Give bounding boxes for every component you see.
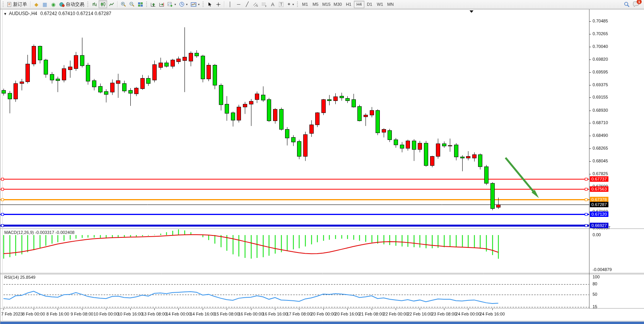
svg-text:E: E: [256, 5, 258, 7]
fibonacci-button[interactable]: F: [260, 0, 268, 8]
zoom-in-button[interactable]: [119, 0, 128, 8]
trendline-icon: ╱: [246, 2, 248, 7]
toolbar-grip[interactable]: [297, 1, 299, 7]
vertical-line-icon: │: [229, 2, 232, 7]
template-icon: [191, 2, 196, 7]
timeframe-h1-button[interactable]: H1: [343, 1, 354, 8]
fibonacci-icon: F: [261, 2, 267, 7]
toolbar-separator: [224, 1, 224, 7]
text-icon: A: [271, 2, 275, 7]
toolbar-separator: [30, 1, 31, 7]
chart-shift-button[interactable]: [157, 0, 166, 8]
price-chart-canvas[interactable]: [0, 0, 644, 324]
notifications-button[interactable]: 1: [631, 0, 641, 8]
dropdown-arrow-icon: ▾: [292, 3, 294, 6]
timeframe-m15-button[interactable]: M15: [321, 1, 332, 8]
zoom-out-button[interactable]: [128, 0, 136, 8]
toolbar-grip[interactable]: [2, 1, 4, 7]
timeframe-d1-button[interactable]: D1: [364, 1, 375, 8]
auto-trading-label: 自动交易: [66, 1, 84, 8]
main-toolbar: 新订单 ◆ ▦ ◉ 自动交易: [0, 0, 644, 9]
notification-count-badge: 1: [637, 0, 642, 4]
periods-button[interactable]: ▾: [178, 0, 189, 8]
zoom-in-icon: [121, 2, 126, 7]
shapes-icon: ✦: [287, 2, 291, 7]
new-order-icon: [7, 2, 12, 7]
timeframe-group: M1M5M15M30H1H4D1W1MN: [300, 1, 396, 8]
cursor-arrow-icon: [207, 2, 212, 7]
line-chart-icon: [109, 2, 114, 7]
indicators-button[interactable]: ▾: [166, 0, 178, 8]
data-window-icon: ▦: [43, 2, 47, 7]
market-watch-button[interactable]: ◆: [32, 0, 41, 8]
timeframe-m1-button[interactable]: M1: [300, 1, 310, 8]
indicators-icon: [167, 2, 173, 7]
tile-windows-button[interactable]: [136, 0, 145, 8]
bar-chart-icon: [92, 2, 97, 7]
text-label-button[interactable]: T: [277, 0, 285, 8]
timeframe-w1-button[interactable]: W1: [375, 1, 385, 8]
trendline-button[interactable]: ╱: [243, 0, 251, 8]
data-window-button[interactable]: ▦: [41, 0, 49, 8]
market-watch-icon: ◆: [34, 2, 38, 7]
auto-trading-button[interactable]: 自动交易: [58, 0, 86, 8]
new-order-label: 新订单: [13, 1, 27, 8]
toolbar-grip[interactable]: [146, 1, 148, 7]
candlestick-chart-button[interactable]: [99, 0, 107, 8]
crosshair-icon: [216, 2, 221, 7]
new-order-button[interactable]: 新订单: [5, 0, 29, 8]
dropdown-arrow-icon: ▾: [174, 3, 176, 6]
tile-windows-icon: [138, 2, 143, 7]
line-chart-button[interactable]: [107, 0, 116, 8]
text-label-icon: T: [279, 2, 284, 7]
crosshair-button[interactable]: [214, 0, 222, 8]
text-button[interactable]: A: [268, 0, 277, 8]
bar-chart-button[interactable]: [90, 0, 99, 8]
navigator-icon: ◉: [51, 2, 55, 7]
vertical-line-button[interactable]: │: [226, 0, 234, 8]
dropdown-arrow-icon: ▾: [198, 3, 200, 6]
toolbar-grip[interactable]: [87, 1, 89, 7]
shapes-button[interactable]: ✦ ▾: [285, 0, 296, 8]
timeframe-m5-button[interactable]: M5: [310, 1, 321, 8]
equidistant-channel-icon: E: [253, 2, 258, 7]
window-bottom-edge: [0, 322, 644, 324]
svg-text:F: F: [265, 5, 267, 7]
auto-scroll-icon: [150, 2, 156, 7]
templates-button[interactable]: ▾: [189, 0, 201, 8]
equidistant-channel-button[interactable]: E: [251, 0, 260, 8]
horizontal-line-button[interactable]: ─: [234, 0, 243, 8]
timeframe-m30-button[interactable]: M30: [332, 1, 343, 8]
search-button[interactable]: [622, 0, 631, 8]
timeframe-h4-button[interactable]: H4: [354, 1, 364, 8]
toolbar-separator: [117, 1, 118, 7]
auto-scroll-button[interactable]: [149, 0, 157, 8]
zoom-out-icon: [129, 2, 135, 7]
candlestick-chart-icon: [101, 2, 106, 7]
mt4-terminal-window: 新订单 ◆ ▦ ◉ 自动交易: [0, 0, 644, 324]
horizontal-line-icon: ─: [237, 2, 241, 7]
navigator-button[interactable]: ◉: [49, 0, 58, 8]
auto-trading-icon: [59, 2, 65, 7]
timeframe-mn-button[interactable]: MN: [385, 1, 396, 8]
search-icon: [624, 2, 630, 7]
cursor-button[interactable]: [205, 0, 214, 8]
clock-icon: [179, 2, 184, 7]
chart-shift-icon: [159, 2, 164, 7]
dropdown-arrow-icon: ▾: [186, 3, 188, 6]
toolbar-grip[interactable]: [202, 1, 204, 7]
